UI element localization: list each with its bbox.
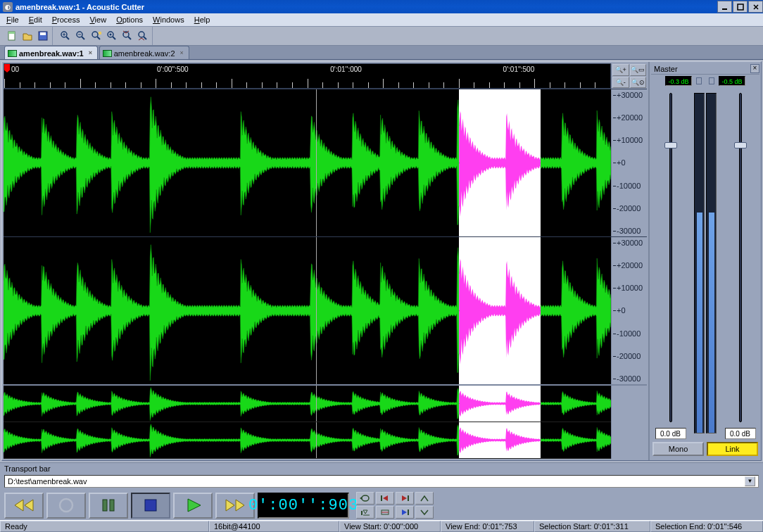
zoom-in-icon[interactable] bbox=[58, 28, 73, 44]
waveform-icon bbox=[103, 50, 112, 57]
goto-start-icon[interactable] bbox=[376, 492, 394, 505]
pause-button[interactable] bbox=[89, 493, 128, 519]
close-icon[interactable]: × bbox=[89, 51, 94, 56]
menu-file[interactable]: File bbox=[1, 14, 24, 25]
minimize-button[interactable] bbox=[717, 1, 732, 13]
master-header: Master × bbox=[651, 63, 759, 75]
playhead-marker[interactable] bbox=[4, 64, 11, 88]
status-sel-start: Selection Start: 0':01'':311 bbox=[534, 521, 650, 532]
svg-rect-1 bbox=[738, 4, 743, 10]
channel-right: +30000+20000+10000+0-10000-20000-30000 bbox=[4, 236, 647, 384]
skip-fwd-icon[interactable] bbox=[396, 506, 414, 519]
status-ready: Ready bbox=[0, 521, 209, 532]
mono-button[interactable]: Mono bbox=[652, 442, 704, 456]
zoom-out-icon[interactable]: 🔍- bbox=[612, 77, 629, 89]
svg-rect-41 bbox=[110, 500, 114, 511]
meter-pair bbox=[690, 87, 721, 439]
level-meter-right bbox=[706, 93, 717, 433]
menu-options[interactable]: Options bbox=[111, 14, 148, 25]
app-icon: ◐ bbox=[3, 2, 13, 12]
fader-right bbox=[721, 87, 759, 439]
channel-left: +30000+20000+10000+0-10000-20000-30000 bbox=[4, 89, 647, 236]
zoom-out-icon[interactable] bbox=[73, 28, 89, 44]
zoom-fit-icon[interactable]: 🔍⊙ bbox=[630, 77, 647, 89]
record-button[interactable] bbox=[46, 493, 86, 519]
stop-button[interactable] bbox=[131, 493, 170, 519]
zoom-in-icon[interactable]: 🔍+ bbox=[612, 64, 629, 76]
master-title: Master bbox=[654, 65, 678, 73]
zoom-v-in-icon[interactable] bbox=[120, 28, 135, 44]
rewind-button[interactable] bbox=[4, 493, 44, 519]
ruler-label: 0':01'':500 bbox=[503, 65, 535, 73]
menu-help[interactable]: Help bbox=[189, 14, 215, 25]
master-panel: Master × -0.3 dB -0.5 dB bbox=[648, 62, 761, 460]
new-file-icon[interactable] bbox=[4, 28, 20, 44]
goto-end-icon[interactable] bbox=[396, 492, 414, 505]
loop-icon[interactable] bbox=[356, 492, 374, 505]
tab-file-2[interactable]: amenbreak.wav:2 × bbox=[99, 46, 189, 59]
fader-thumb[interactable] bbox=[664, 142, 677, 148]
svg-point-18 bbox=[110, 34, 112, 36]
waveform-icon bbox=[8, 50, 17, 57]
status-format: 16bit@44100 bbox=[209, 521, 339, 532]
save-file-icon[interactable] bbox=[35, 28, 51, 44]
tab-label: amenbreak.wav:1 bbox=[19, 49, 84, 58]
transport-label: Transport bar bbox=[4, 464, 759, 474]
menu-windows[interactable]: Windows bbox=[148, 14, 189, 25]
menu-view[interactable]: View bbox=[84, 14, 111, 25]
right-gain-input[interactable] bbox=[725, 428, 756, 439]
skip-back-icon[interactable] bbox=[356, 506, 374, 519]
fader-thumb[interactable] bbox=[734, 142, 747, 148]
maximize-button[interactable] bbox=[733, 1, 748, 13]
zoom-fit-icon[interactable] bbox=[104, 28, 120, 44]
close-button[interactable] bbox=[748, 1, 763, 13]
transport-bar: Transport bar D:\test\amenbreak.wav ▼ 0'… bbox=[0, 462, 763, 520]
marker-down-icon[interactable] bbox=[415, 506, 434, 519]
menu-process[interactable]: Process bbox=[47, 14, 85, 25]
svg-point-13 bbox=[92, 32, 98, 37]
zoom-v-out-icon[interactable] bbox=[135, 28, 151, 44]
time-display: 0':00'':903 bbox=[258, 493, 349, 519]
svg-rect-43 bbox=[381, 495, 382, 501]
fader-left bbox=[651, 87, 690, 439]
time-ruler[interactable]: 00 0':00'':500 0':01'':000 0':01'':500 d… bbox=[4, 63, 611, 89]
zoom-sel-icon[interactable]: 🔍▭ bbox=[630, 64, 647, 76]
window-titlebar: ◐ amenbreak.wav:1 - Acoustic Cutter bbox=[0, 0, 763, 13]
content-area: 00 0':00'':500 0':01'':000 0':01'':500 d… bbox=[1, 61, 762, 461]
waveform-display-left[interactable] bbox=[4, 89, 611, 236]
open-file-icon[interactable] bbox=[20, 28, 35, 44]
tab-file-1[interactable]: amenbreak.wav:1 × bbox=[4, 46, 98, 59]
link-button[interactable]: Link bbox=[707, 442, 758, 456]
fader-track-right[interactable] bbox=[733, 93, 748, 422]
svg-line-14 bbox=[97, 37, 100, 39]
svg-point-19 bbox=[123, 32, 129, 37]
svg-rect-44 bbox=[408, 495, 409, 501]
svg-point-21 bbox=[139, 32, 144, 37]
svg-rect-40 bbox=[103, 500, 107, 511]
close-icon[interactable]: × bbox=[180, 51, 186, 56]
ruler-label: 00 bbox=[11, 65, 19, 73]
waveform-area: 00 0':00'':500 0':01'':000 0':01'':500 d… bbox=[2, 62, 648, 460]
close-icon[interactable]: × bbox=[750, 64, 759, 73]
center-tick-icon bbox=[693, 76, 705, 86]
svg-line-17 bbox=[113, 37, 115, 39]
menubar: File Edit Process View Options Windows H… bbox=[0, 13, 763, 27]
file-path-input[interactable]: D:\test\amenbreak.wav ▼ bbox=[4, 475, 759, 488]
svg-rect-42 bbox=[145, 500, 156, 511]
file-path-text: D:\test\amenbreak.wav bbox=[8, 477, 87, 486]
menu-edit[interactable]: Edit bbox=[24, 14, 47, 25]
playback-cursor bbox=[316, 237, 317, 384]
left-peak-readout: -0.3 dB bbox=[665, 76, 692, 86]
region-icon[interactable] bbox=[376, 506, 394, 519]
marker-icon[interactable] bbox=[415, 492, 434, 505]
svg-point-39 bbox=[60, 499, 72, 512]
svg-rect-49 bbox=[408, 509, 409, 515]
left-gain-input[interactable] bbox=[655, 428, 686, 439]
waveform-display-right[interactable] bbox=[4, 237, 611, 384]
fader-track-left[interactable] bbox=[664, 93, 678, 422]
overview-waveform[interactable] bbox=[4, 386, 611, 459]
zoom-sel-icon[interactable] bbox=[89, 28, 104, 44]
dropdown-icon[interactable]: ▼ bbox=[745, 476, 755, 486]
svg-rect-3 bbox=[8, 32, 15, 34]
play-button[interactable] bbox=[173, 493, 213, 519]
